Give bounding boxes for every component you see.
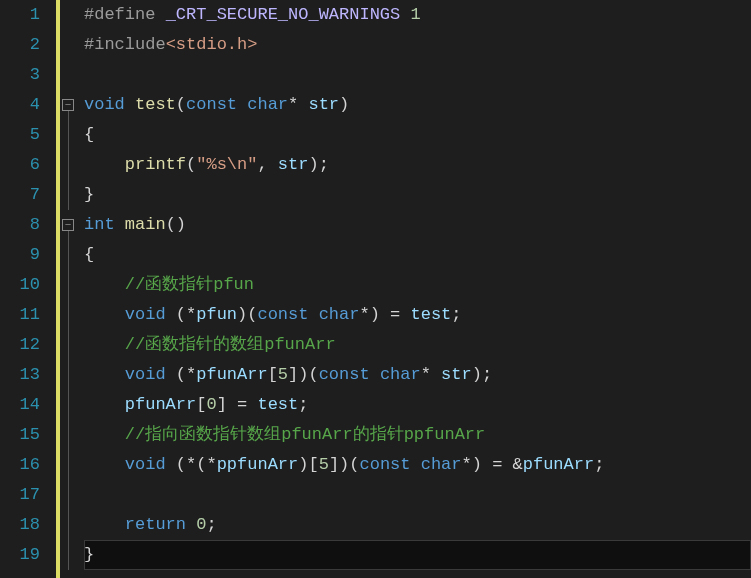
code-line[interactable]: int main(): [84, 210, 751, 240]
line-number[interactable]: 14: [0, 390, 40, 420]
function-name: test: [135, 95, 176, 114]
line-number[interactable]: 16: [0, 450, 40, 480]
comment: //函数指针pfun: [125, 275, 254, 294]
line-number[interactable]: 1: [0, 0, 40, 30]
code-line[interactable]: #include<stdio.h>: [84, 30, 751, 60]
code-line[interactable]: void (*pfunArr[5])(const char* str);: [84, 360, 751, 390]
keyword: char: [247, 95, 288, 114]
code-line[interactable]: //函数指针pfun: [84, 270, 751, 300]
fold-guide: [68, 231, 69, 570]
function-name: main: [125, 215, 166, 234]
preprocessor: #include: [84, 35, 166, 54]
number: 5: [319, 455, 329, 474]
keyword: void: [125, 455, 166, 474]
keyword: return: [125, 515, 186, 534]
keyword: char: [380, 365, 421, 384]
fold-guide: [68, 111, 69, 210]
code-area[interactable]: #define _CRT_SECURE_NO_WARNINGS 1 #inclu…: [78, 0, 751, 578]
line-number[interactable]: 8: [0, 210, 40, 240]
keyword: void: [125, 305, 166, 324]
line-number-gutter: 1 2 3 4 5 6 7 8 9 10 11 12 13 14 15 16 1…: [0, 0, 48, 578]
line-number[interactable]: 6: [0, 150, 40, 180]
number: 5: [278, 365, 288, 384]
identifier: pfun: [196, 305, 237, 324]
keyword: const: [257, 305, 308, 324]
line-number[interactable]: 11: [0, 300, 40, 330]
header: <stdio.h>: [166, 35, 258, 54]
identifier: pfunArr: [125, 395, 196, 414]
line-number[interactable]: 5: [0, 120, 40, 150]
identifier: pfunArr: [523, 455, 594, 474]
keyword: const: [319, 365, 370, 384]
code-line[interactable]: }: [84, 180, 751, 210]
fold-toggle[interactable]: −: [62, 219, 74, 231]
code-line[interactable]: {: [84, 240, 751, 270]
code-line[interactable]: {: [84, 120, 751, 150]
identifier: pfunArr: [196, 365, 267, 384]
code-line[interactable]: [84, 480, 751, 510]
line-number[interactable]: 17: [0, 480, 40, 510]
keyword: void: [125, 365, 166, 384]
line-number[interactable]: 15: [0, 420, 40, 450]
function-call: printf: [125, 155, 186, 174]
identifier: str: [441, 365, 472, 384]
string: "%s\n": [196, 155, 257, 174]
code-line-current[interactable]: }: [84, 540, 751, 570]
keyword: char: [421, 455, 462, 474]
line-number[interactable]: 13: [0, 360, 40, 390]
keyword: char: [319, 305, 360, 324]
line-number[interactable]: 2: [0, 30, 40, 60]
line-number[interactable]: 10: [0, 270, 40, 300]
comment: //指向函数指针数组pfunArr的指针ppfunArr: [125, 425, 485, 444]
preprocessor: #define: [84, 5, 155, 24]
comment: //函数指针的数组pfunArr: [125, 335, 336, 354]
code-line[interactable]: [84, 60, 751, 90]
keyword: const: [186, 95, 237, 114]
code-line[interactable]: void (*(*ppfunArr)[5])(const char*) = &p…: [84, 450, 751, 480]
line-number[interactable]: 12: [0, 330, 40, 360]
line-number[interactable]: 19: [0, 540, 40, 570]
number: 0: [196, 515, 206, 534]
code-line[interactable]: return 0;: [84, 510, 751, 540]
line-number[interactable]: 7: [0, 180, 40, 210]
line-number[interactable]: 3: [0, 60, 40, 90]
keyword: int: [84, 215, 115, 234]
fold-gutter: − −: [60, 0, 78, 578]
fold-toggle[interactable]: −: [62, 99, 74, 111]
number: 0: [206, 395, 216, 414]
identifier: ppfunArr: [217, 455, 299, 474]
keyword: void: [84, 95, 125, 114]
code-editor: 1 2 3 4 5 6 7 8 9 10 11 12 13 14 15 16 1…: [0, 0, 751, 578]
code-line[interactable]: //函数指针的数组pfunArr: [84, 330, 751, 360]
keyword: const: [359, 455, 410, 474]
identifier: test: [257, 395, 298, 414]
line-number[interactable]: 9: [0, 240, 40, 270]
identifier: str: [308, 95, 339, 114]
number: 1: [410, 5, 420, 24]
code-line[interactable]: pfunArr[0] = test;: [84, 390, 751, 420]
macro-name: _CRT_SECURE_NO_WARNINGS: [166, 5, 401, 24]
identifier: test: [411, 305, 452, 324]
line-number[interactable]: 4: [0, 90, 40, 120]
code-line[interactable]: void test(const char* str): [84, 90, 751, 120]
identifier: str: [278, 155, 309, 174]
code-line[interactable]: #define _CRT_SECURE_NO_WARNINGS 1: [84, 0, 751, 30]
code-line[interactable]: void (*pfun)(const char*) = test;: [84, 300, 751, 330]
line-number[interactable]: 18: [0, 510, 40, 540]
gutter-margin: [48, 0, 56, 578]
code-line[interactable]: printf("%s\n", str);: [84, 150, 751, 180]
code-line[interactable]: //指向函数指针数组pfunArr的指针ppfunArr: [84, 420, 751, 450]
